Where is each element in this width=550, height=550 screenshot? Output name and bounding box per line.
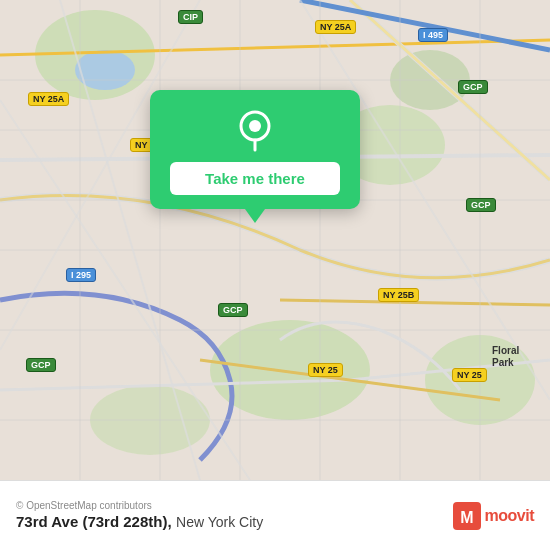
svg-point-34	[249, 120, 261, 132]
moovit-logo: M moovit	[453, 502, 534, 530]
location-card: Take me there	[150, 90, 360, 209]
floral-park-label: FloralPark	[492, 345, 519, 369]
svg-text:M: M	[460, 509, 473, 526]
road-badge-ny25a-left: NY 25A	[28, 92, 69, 106]
road-badge-i495: I 495	[418, 28, 448, 42]
location-title: 73rd Ave (73rd 228th),	[16, 513, 172, 530]
map-svg	[0, 0, 550, 480]
location-subtitle: New York City	[176, 514, 263, 530]
map-container: CIP I 495 NY 25A NY 25A NY 25 GCP GCP GC…	[0, 0, 550, 480]
road-badge-gcp-mid: GCP	[466, 198, 496, 212]
road-badge-ny25b: NY 25B	[378, 288, 419, 302]
road-badge-gcp-lower: GCP	[218, 303, 248, 317]
road-badge-gcp-top: GCP	[458, 80, 488, 94]
take-me-there-button[interactable]: Take me there	[170, 162, 340, 195]
road-badge-cip: CIP	[178, 10, 203, 24]
bottom-bar: © OpenStreetMap contributors 73rd Ave (7…	[0, 480, 550, 550]
location-pin-icon	[233, 108, 277, 152]
road-badge-i295: I 295	[66, 268, 96, 282]
location-name: 73rd Ave (73rd 228th), New York City	[16, 513, 263, 531]
bottom-info: © OpenStreetMap contributors 73rd Ave (7…	[16, 500, 263, 531]
road-badge-ny25a-top: NY 25A	[315, 20, 356, 34]
moovit-m-icon: M	[453, 502, 481, 530]
road-badge-ny25-lower: NY 25	[308, 363, 343, 377]
moovit-text: moovit	[485, 507, 534, 525]
road-badge-gcp-bl: GCP	[26, 358, 56, 372]
osm-credit: © OpenStreetMap contributors	[16, 500, 263, 511]
road-badge-ny25-br: NY 25	[452, 368, 487, 382]
